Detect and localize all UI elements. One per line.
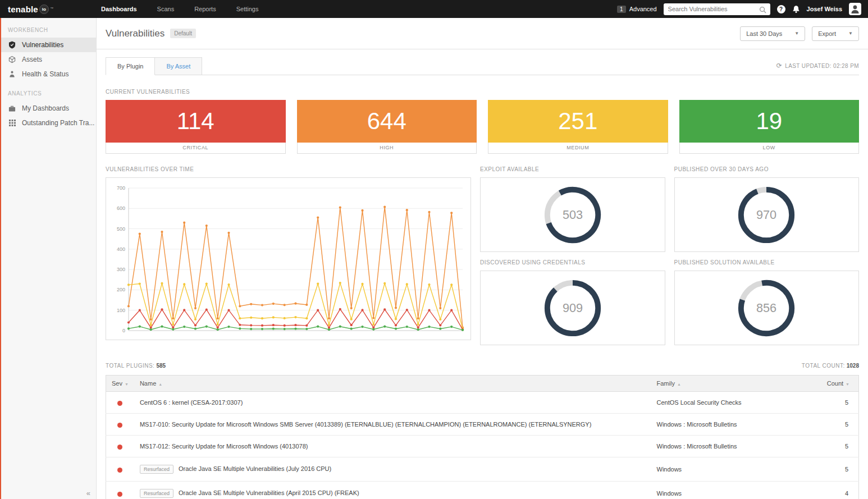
- total-plugins: TOTAL PLUGINS:585: [106, 360, 166, 370]
- chevron-down-icon: ▼: [794, 31, 799, 36]
- tab-by-asset[interactable]: By Asset: [155, 57, 202, 75]
- brand-trademark: ™: [50, 7, 53, 10]
- plugin-family: Windows: [651, 457, 820, 482]
- table-row[interactable]: ResurfacedOracle Java SE Multiple Vulner…: [106, 457, 859, 482]
- brand-io-circle: io: [39, 4, 49, 14]
- plugin-family: CentOS Local Security Checks: [651, 392, 820, 414]
- severity-dot: [117, 401, 122, 406]
- date-range-value: Last 30 Days: [746, 30, 782, 37]
- advanced-count-badge: 1: [617, 6, 626, 13]
- svg-text:400: 400: [117, 246, 125, 252]
- default-badge: Default: [170, 29, 196, 38]
- severity-dot: [117, 423, 122, 428]
- donut-value: 856: [756, 300, 776, 314]
- table-row[interactable]: ResurfacedOracle Java SE Multiple Vulner…: [106, 482, 859, 499]
- stat-value: 644: [367, 108, 406, 135]
- plugin-family: Windows : Microsoft Bulletins: [651, 414, 820, 436]
- navbar-right: 1 Advanced ? Josef Weiss: [617, 3, 868, 15]
- table-row[interactable]: MS17-012: Security Update for Microsoft …: [106, 436, 859, 457]
- donut-title: DISCOVERED USING CREDENTIALS: [480, 259, 665, 265]
- brand-logo[interactable]: tenable io ™: [0, 4, 91, 14]
- svg-text:600: 600: [117, 205, 125, 211]
- user-name[interactable]: Josef Weiss: [807, 6, 842, 12]
- sidebar-collapse-button[interactable]: «: [0, 487, 96, 499]
- plugin-name: Oracle Java SE Multiple Vulnerabilities …: [179, 489, 359, 496]
- discovered-using-credentials-widget: DISCOVERED USING CREDENTIALS 909: [480, 259, 665, 345]
- plugin-count: 5: [820, 414, 859, 436]
- sidebar-item-outstanding-patch[interactable]: Outstanding Patch Tra...: [0, 116, 96, 130]
- main-content: Vulnerabilities Default Last 30 Days ▼ E…: [97, 18, 868, 499]
- donut-title: PUBLISHED OVER 30 DAYS AGO: [674, 166, 860, 172]
- nav-item-settings[interactable]: Settings: [226, 0, 269, 18]
- brand-name: tenable: [8, 4, 38, 14]
- export-button[interactable]: Export ▼: [812, 26, 859, 41]
- nav-item-dashboards[interactable]: Dashboards: [91, 0, 147, 18]
- advanced-label: Advanced: [629, 6, 657, 12]
- plugin-count: 5: [820, 392, 859, 414]
- svg-text:0: 0: [122, 328, 125, 333]
- plugins-table: Sev▼ Name▲ Family▲ Count▼ CentOS 6 : ker…: [106, 375, 859, 499]
- vulnerabilities-over-time-widget: VULNERABILITIES OVER TIME 01002003004005…: [106, 166, 471, 345]
- plugin-family: Windows : Microsoft Bulletins: [651, 436, 820, 457]
- svg-text:100: 100: [117, 308, 125, 313]
- nav-item-reports[interactable]: Reports: [184, 0, 226, 18]
- plugin-name: CentOS 6 : kernel (CESA-2017:0307): [140, 399, 243, 406]
- column-header-sev[interactable]: Sev▼: [106, 376, 134, 392]
- stat-card-critical[interactable]: 114 CRITICAL: [106, 100, 286, 154]
- sidebar-item-label: Assets: [22, 56, 42, 63]
- resurfaced-badge: Resurfaced: [140, 489, 173, 498]
- svg-text:300: 300: [117, 267, 125, 272]
- notifications-bell-icon[interactable]: [792, 5, 800, 13]
- sidebar-item-my-dashboards[interactable]: My Dashboards: [0, 101, 96, 116]
- stat-card-high[interactable]: 644 HIGH: [297, 100, 477, 154]
- donut-chart[interactable]: 909: [480, 271, 665, 345]
- donut-chart[interactable]: 856: [674, 271, 860, 345]
- severity-dot: [117, 445, 122, 450]
- sidebar: WORKBENCH Vulnerabilities Assets Health …: [0, 18, 97, 499]
- date-range-selector[interactable]: Last 30 Days ▼: [740, 26, 805, 41]
- top-navbar: tenable io ™ Dashboards Scans Reports Se…: [0, 0, 868, 18]
- stat-value: 19: [756, 108, 782, 135]
- tab-by-plugin[interactable]: By Plugin: [106, 57, 155, 75]
- search-box: [664, 3, 770, 15]
- sidebar-section-analytics: ANALYTICS: [0, 81, 96, 101]
- donut-chart[interactable]: 970: [674, 177, 860, 252]
- svg-text:700: 700: [117, 185, 125, 191]
- page-header: Vulnerabilities Default Last 30 Days ▼ E…: [97, 18, 868, 49]
- column-header-count[interactable]: Count▼: [820, 376, 859, 392]
- tab-bar: By Plugin By Asset ⟳ LAST UPDATED: 02:28…: [106, 57, 859, 75]
- search-input[interactable]: [664, 3, 770, 15]
- refresh-icon[interactable]: ⟳: [776, 62, 782, 70]
- plugin-name: Oracle Java SE Multiple Vulnerabilities …: [179, 465, 331, 472]
- sidebar-item-assets[interactable]: Assets: [0, 52, 96, 67]
- donut-value: 503: [563, 207, 583, 221]
- table-row[interactable]: CentOS 6 : kernel (CESA-2017:0307) CentO…: [106, 392, 859, 414]
- donut-title: PUBLISHED SOLUTION AVAILABLE: [674, 259, 860, 265]
- severity-dot: [117, 468, 122, 473]
- advanced-search-toggle[interactable]: 1 Advanced: [617, 6, 657, 13]
- plugin-name: MS17-010: Security Update for Microsoft …: [140, 421, 591, 428]
- export-label: Export: [818, 30, 836, 37]
- svg-text:500: 500: [117, 226, 125, 232]
- sidebar-item-health-status[interactable]: Health & Status: [0, 67, 96, 81]
- column-header-name[interactable]: Name▲: [134, 376, 651, 392]
- donut-chart[interactable]: 503: [480, 177, 665, 252]
- nav-item-scans[interactable]: Scans: [147, 0, 185, 18]
- sidebar-item-label: My Dashboards: [22, 104, 69, 112]
- stat-card-medium[interactable]: 251 MEDIUM: [488, 100, 668, 154]
- column-header-family[interactable]: Family▲: [651, 376, 820, 392]
- search-icon[interactable]: [759, 6, 766, 16]
- sort-icon: ▼: [846, 382, 849, 386]
- stat-value: 251: [558, 108, 597, 135]
- stat-card-low[interactable]: 19 LOW: [679, 100, 860, 154]
- help-icon[interactable]: ?: [777, 5, 785, 13]
- sidebar-item-vulnerabilities[interactable]: Vulnerabilities: [0, 38, 96, 52]
- stat-label: MEDIUM: [488, 143, 668, 154]
- sidebar-item-label: Vulnerabilities: [22, 41, 63, 49]
- total-count: TOTAL COUNT:1028: [802, 360, 859, 370]
- donut-value: 909: [563, 300, 583, 314]
- table-row[interactable]: MS17-010: Security Update for Microsoft …: [106, 414, 859, 436]
- user-avatar-icon[interactable]: [849, 3, 861, 15]
- published-solution-available-widget: PUBLISHED SOLUTION AVAILABLE 856: [674, 259, 860, 345]
- briefcase-icon: [8, 105, 16, 112]
